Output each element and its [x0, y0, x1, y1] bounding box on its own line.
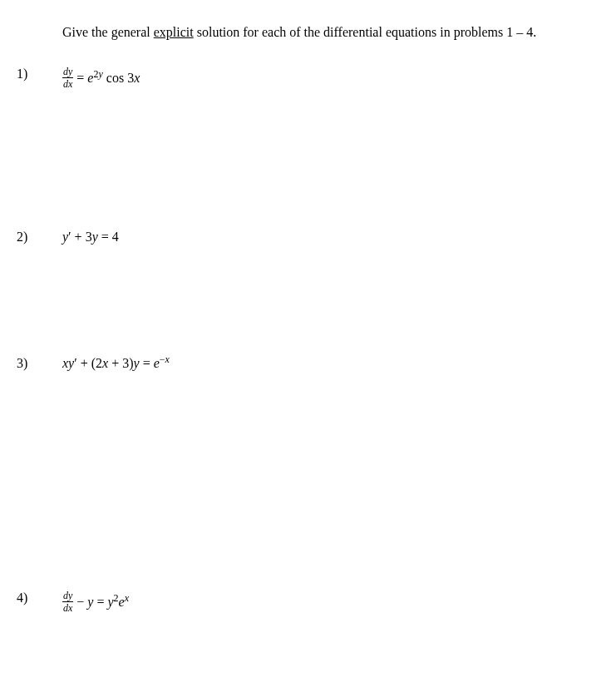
problem-4-number: 4)	[17, 587, 62, 606]
spacer-3	[17, 371, 599, 587]
problem-1-number: 1)	[17, 63, 62, 82]
problem-2-equation: y′ + 3y = 4	[62, 226, 119, 245]
problem-2-row: 2) y′ + 3y = 4	[17, 226, 599, 245]
spacer-1	[17, 89, 599, 226]
instructions-prefix: Give the general	[62, 25, 154, 39]
spacer-2	[17, 245, 599, 353]
problem-2-number: 2)	[17, 226, 62, 245]
instructions-underlined: explicit	[154, 25, 194, 39]
instructions-suffix: solution for each of the differential eq…	[194, 25, 537, 39]
problem-4-row: 4) dydx − y = y2ex	[17, 587, 599, 613]
problem-3-row: 3) xy′ + (2x + 3)y = e−x	[17, 353, 599, 371]
instructions-text: Give the general explicit solution for e…	[62, 25, 599, 40]
problem-3-equation: xy′ + (2x + 3)y = e−x	[62, 353, 170, 371]
problem-3-number: 3)	[17, 353, 62, 371]
problem-1-equation: dydx = e2y cos 3x	[62, 63, 140, 89]
problem-4-equation: dydx − y = y2ex	[62, 587, 129, 613]
problem-1-row: 1) dydx = e2y cos 3x	[17, 63, 599, 89]
